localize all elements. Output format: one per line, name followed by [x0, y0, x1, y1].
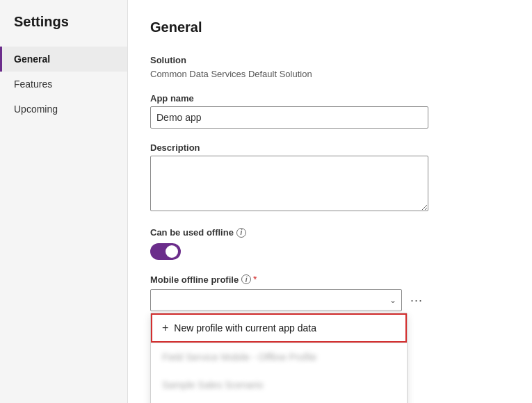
dropdown-menu: + New profile with current app data Fiel… [150, 313, 408, 403]
dropdown-item-label: Field Service Mobile - Offline Profile [162, 352, 316, 363]
mobile-offline-dropdown[interactable] [150, 289, 402, 311]
dropdown-item-new-profile[interactable]: + New profile with current app data [151, 313, 407, 343]
page-title: General [150, 19, 510, 35]
solution-value: Common Data Services Default Solution [150, 69, 312, 79]
description-input[interactable] [150, 156, 428, 211]
offline-section: Can be used offline i [150, 227, 510, 260]
sidebar-item-label: General [14, 54, 50, 65]
description-label: Description [150, 142, 510, 153]
plus-icon: + [162, 322, 168, 334]
mobile-offline-dropdown-wrapper: ⌄ + New profile with current app data Fi… [150, 289, 402, 311]
offline-info-icon: i [236, 228, 246, 238]
sidebar-item-upcoming[interactable]: Upcoming [0, 97, 127, 122]
mobile-offline-info-icon: i [241, 274, 251, 284]
dropdown-item-label: Sample Sales Scenario [162, 379, 264, 390]
app-name-label: App name [150, 93, 510, 104]
more-options-button[interactable]: ··· [408, 293, 426, 308]
required-indicator: * [253, 274, 257, 285]
mobile-offline-section: Mobile offline profile i * ⌄ + New profi… [150, 274, 510, 311]
description-section: Description [150, 142, 510, 213]
solution-label: Solution [150, 55, 510, 65]
main-content: General Solution Common Data Services De… [128, 0, 532, 403]
mobile-offline-label: Mobile offline profile [150, 274, 239, 285]
offline-toggle[interactable] [150, 243, 181, 260]
offline-label: Can be used offline [150, 227, 234, 238]
app-name-section: App name [150, 93, 510, 129]
dropdown-item-label: New profile with current app data [174, 322, 316, 334]
sidebar-item-features[interactable]: Features [0, 72, 127, 97]
dropdown-item-field-service: Field Service Mobile - Offline Profile [151, 343, 407, 371]
sidebar: Settings General Features Upcoming [0, 0, 128, 403]
sidebar-title: Settings [0, 14, 127, 47]
toggle-thumb [166, 245, 178, 258]
sidebar-item-label: Features [14, 79, 52, 90]
sidebar-item-general[interactable]: General [0, 47, 127, 72]
solution-section: Solution Common Data Services Default So… [150, 55, 510, 79]
mobile-offline-dropdown-row: ⌄ + New profile with current app data Fi… [150, 289, 510, 311]
dropdown-item-sample-service: Sample Service Scenario [151, 399, 407, 403]
sidebar-item-label: Upcoming [14, 104, 58, 115]
dropdown-item-sample-sales: Sample Sales Scenario [151, 371, 407, 399]
app-name-input[interactable] [150, 106, 428, 129]
offline-toggle-row [150, 243, 510, 260]
